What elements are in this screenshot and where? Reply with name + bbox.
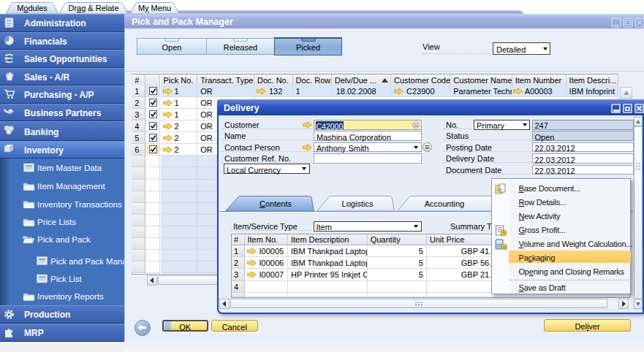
svg-text:My Menu: My Menu: [138, 4, 171, 12]
svg-text:Logistics: Logistics: [342, 199, 374, 207]
svg-text:Modules: Modules: [17, 4, 48, 12]
svg-text:Contents: Contents: [260, 199, 292, 207]
svg-text:Drag & Relate: Drag & Relate: [68, 4, 118, 12]
svg-text:Accounting: Accounting: [425, 199, 464, 207]
